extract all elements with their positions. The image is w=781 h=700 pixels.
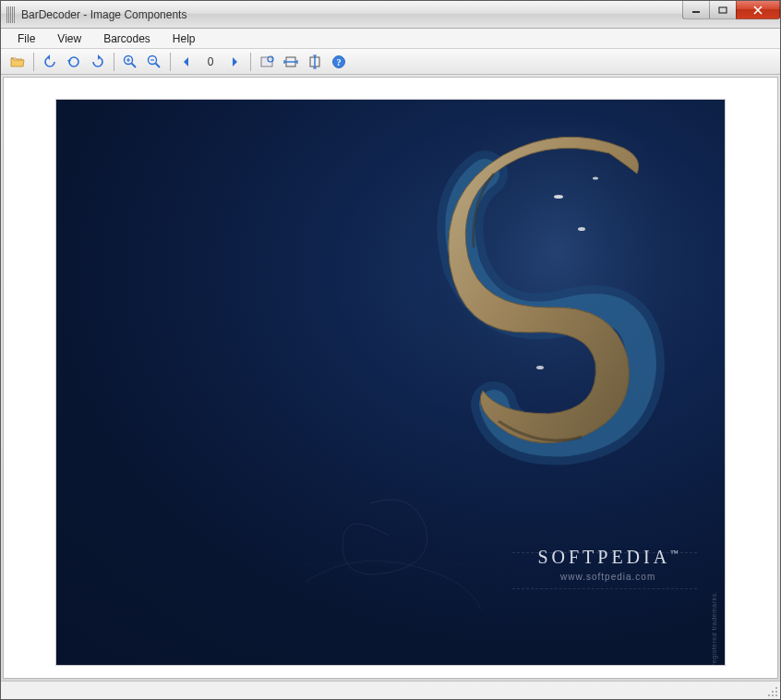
help-icon: ? — [331, 54, 346, 69]
svg-point-12 — [578, 227, 585, 231]
zoom-in-icon — [123, 54, 138, 69]
trademark-symbol: ™ — [670, 549, 679, 558]
brand-label: SOFTPEDIA — [537, 547, 670, 567]
svg-point-19 — [772, 694, 774, 696]
crop-h-button[interactable] — [280, 51, 302, 73]
svg-point-13 — [536, 366, 544, 369]
svg-point-14 — [593, 177, 598, 180]
brand-url: www.softpedia.com — [537, 572, 679, 582]
copyright-text: © 2008 SOFTPEDIA · Softpedia and the Sof… — [711, 591, 717, 665]
menu-barcodes[interactable]: Barcodes — [94, 30, 160, 47]
titlebar[interactable]: BarDecoder - Image Components — [1, 1, 780, 29]
statusbar — [1, 681, 780, 699]
rotate-180-icon — [66, 54, 81, 69]
crop-vertical-icon — [307, 54, 322, 69]
menubar: File View Barcodes Help — [1, 29, 780, 49]
svg-text:?: ? — [337, 57, 342, 67]
rotate-cw-icon — [90, 54, 105, 69]
toolbar: 0 ? — [1, 49, 780, 75]
close-button[interactable] — [736, 1, 780, 19]
scan-button[interactable] — [256, 51, 278, 73]
titlebar-grip-icon — [6, 6, 16, 23]
help-button[interactable]: ? — [328, 51, 350, 73]
menu-file[interactable]: File — [8, 30, 44, 47]
rotate-ccw-icon — [42, 54, 57, 69]
window-controls — [683, 1, 780, 19]
image-canvas[interactable]: SOFTPEDIA™ www.softpedia.com © 2008 SOFT… — [56, 100, 725, 665]
open-button[interactable] — [6, 51, 29, 73]
app-window: BarDecoder - Image Components File View … — [0, 0, 781, 700]
rotate-180-button[interactable] — [63, 51, 85, 73]
zoom-in-button[interactable] — [119, 51, 141, 73]
brand-name: SOFTPEDIA™ — [537, 547, 679, 568]
crop-v-button[interactable] — [304, 51, 326, 73]
svg-point-15 — [775, 687, 777, 689]
crop-horizontal-icon — [283, 54, 298, 69]
svg-point-20 — [775, 694, 777, 696]
svg-rect-1 — [719, 7, 727, 13]
toolbar-separator — [114, 53, 114, 71]
svg-point-11 — [554, 195, 563, 199]
content-area: SOFTPEDIA™ www.softpedia.com © 2008 SOFT… — [3, 77, 778, 679]
next-page-icon — [229, 56, 240, 67]
rotate-cw-button[interactable] — [87, 51, 109, 73]
zoom-out-icon — [147, 54, 162, 69]
swirl-decoration — [287, 453, 490, 619]
rotate-ccw-button[interactable] — [39, 51, 61, 73]
menu-view[interactable]: View — [48, 30, 90, 47]
svg-point-17 — [775, 691, 777, 693]
window-title: BarDecoder - Image Components — [21, 8, 186, 21]
zoom-out-button[interactable] — [143, 51, 165, 73]
scan-icon — [259, 54, 274, 69]
toolbar-separator — [170, 53, 171, 71]
next-page-button[interactable] — [223, 51, 246, 73]
svg-point-16 — [772, 691, 774, 693]
svg-rect-0 — [692, 11, 700, 13]
svg-point-18 — [768, 694, 770, 696]
open-folder-icon — [10, 54, 25, 69]
page-number: 0 — [199, 55, 222, 68]
maximize-icon — [718, 6, 727, 14]
maximize-button[interactable] — [709, 1, 737, 19]
minimize-button[interactable] — [682, 1, 710, 19]
island-illustration — [429, 127, 688, 478]
toolbar-separator — [250, 53, 251, 71]
prev-page-icon — [181, 56, 192, 67]
toolbar-separator — [33, 53, 34, 71]
minimize-icon — [691, 6, 701, 14]
menu-help[interactable]: Help — [163, 30, 205, 47]
prev-page-button[interactable] — [175, 51, 198, 73]
close-icon — [752, 6, 763, 15]
softpedia-branding: SOFTPEDIA™ www.softpedia.com — [537, 547, 679, 582]
resize-grip-icon[interactable] — [767, 686, 778, 697]
